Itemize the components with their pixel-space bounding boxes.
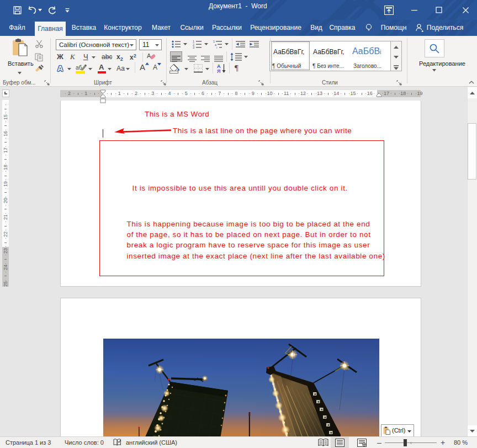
svg-text:Я: Я [217,68,220,73]
svg-text:3: 3 [193,46,194,49]
svg-text:i: i [216,46,217,49]
